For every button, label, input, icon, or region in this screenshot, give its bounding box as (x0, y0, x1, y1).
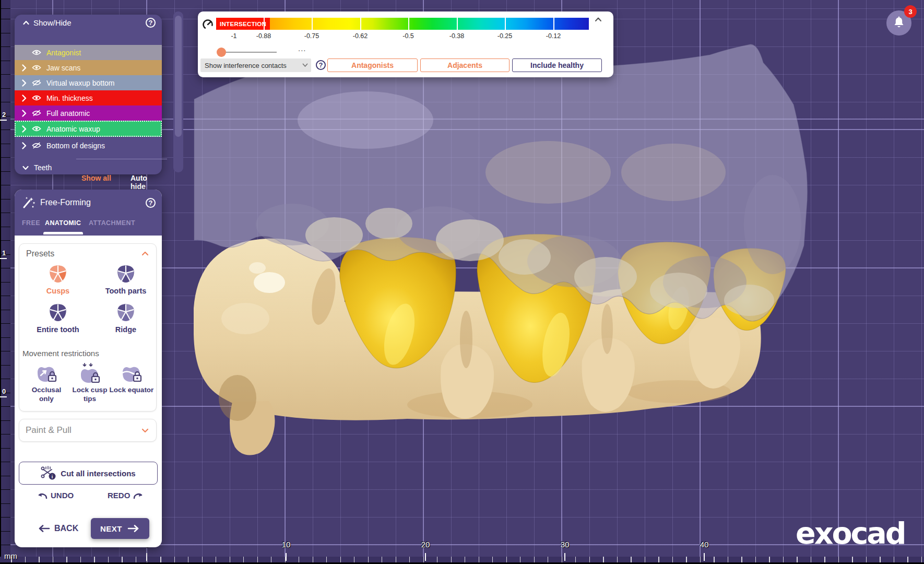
paint-pull-label: Paint & Pull (26, 425, 72, 436)
back-button[interactable]: BACK (38, 524, 78, 533)
ruler-tick (425, 553, 426, 561)
expand-chevron-icon[interactable] (141, 428, 149, 433)
collapse-chevron-icon[interactable] (23, 20, 29, 25)
tab-attachment[interactable]: ATTACHMENT (89, 219, 135, 227)
paint-pull-section[interactable]: Paint & Pull (19, 419, 157, 442)
eye-off-icon[interactable] (32, 142, 41, 149)
panel-collapse-icon[interactable] (595, 17, 602, 22)
undo-button[interactable]: UNDO (37, 491, 74, 500)
eye-off-icon[interactable] (32, 110, 41, 116)
colorbar-tick: -0.38 (449, 32, 465, 40)
layer-label: Min. thickness (46, 94, 93, 102)
colorbar-divider (360, 18, 361, 30)
layer-label: Full anatomic (46, 109, 90, 118)
expand-chevron-icon[interactable] (22, 79, 27, 87)
expand-chevron-icon[interactable] (22, 125, 27, 133)
ruler-tick (704, 553, 705, 561)
ruler-label: 2 (2, 111, 6, 119)
colorbar-tick: -0.5 (402, 32, 414, 40)
dropdown-value: Show interference contacts (205, 62, 287, 69)
colorbar-title: INTERSECTION (216, 18, 270, 30)
expand-chevron-icon[interactable] (22, 64, 27, 72)
include-healthy-button[interactable]: Include healthy (512, 58, 602, 72)
collapse-chevron-icon[interactable] (141, 251, 149, 256)
layer-label: Virtual waxup bottom (46, 79, 114, 87)
teeth-group-row[interactable]: Teeth (15, 162, 162, 173)
layer-row-virtual-waxup-bottom[interactable]: Virtual waxup bottom (15, 75, 162, 90)
redo-button[interactable]: REDO (108, 491, 144, 500)
ruler-tick (0, 396, 7, 397)
layer-row-jaw-scans[interactable]: Jaw scans (15, 60, 162, 75)
scrollbar[interactable] (173, 11, 183, 172)
colorbar-divider (312, 18, 313, 30)
eye-icon[interactable] (32, 64, 41, 71)
help-icon[interactable]: ? (316, 60, 326, 70)
layer-row-full-anatomic[interactable]: Full anatomic (15, 105, 162, 121)
colorbar-divider (264, 18, 265, 30)
layer-row-anatomic-waxup[interactable]: Anatomic waxup (15, 121, 162, 137)
colorbar-tick: -0.62 (353, 32, 368, 40)
arrow-right-icon (127, 524, 140, 533)
expand-chevron-icon[interactable] (22, 110, 27, 117)
show-hide-panel: Show/Hide ? Antagonist Jaw scans Virtual… (15, 15, 162, 174)
entire-tooth-icon (47, 302, 69, 322)
eye-icon[interactable] (32, 125, 41, 132)
expand-chevron-icon[interactable] (22, 142, 27, 149)
undo-icon (37, 491, 48, 500)
eye-off-icon[interactable] (32, 79, 41, 86)
help-icon[interactable]: ? (146, 198, 156, 208)
presets-card: Presets Cusps Tooth parts (19, 243, 157, 412)
preset-ridge[interactable]: Ridge (94, 302, 157, 334)
help-icon[interactable]: ? (146, 18, 156, 28)
movement-restrictions-title: Movement restrictions (22, 349, 99, 358)
layer-label: Anatomic waxup (46, 125, 100, 133)
occlusal-only-icon (34, 363, 58, 384)
preset-cusps[interactable]: Cusps (27, 264, 89, 295)
preset-entire-tooth[interactable]: Entire tooth (27, 302, 89, 334)
eye-icon[interactable] (32, 95, 41, 101)
layer-label: Jaw scans (46, 64, 80, 72)
threshold-slider-track[interactable] (221, 52, 277, 53)
adjacents-button[interactable]: Adjacents (420, 58, 510, 72)
panel-title: Free-Forming (40, 198, 91, 207)
colorbar-tick: -0.12 (546, 32, 561, 40)
tab-free[interactable]: FREE (22, 219, 40, 227)
cut-all-intersections-button[interactable]: i Cut all intersections (19, 462, 158, 485)
restriction-lock-equator[interactable]: Lock equator (109, 363, 154, 395)
preset-tooth-parts[interactable]: Tooth parts (94, 264, 157, 295)
restriction-lock-cusp-tips[interactable]: Lock cusp tips (67, 363, 112, 404)
gauge-icon[interactable] (202, 19, 214, 30)
intersection-colorbar: INTERSECTION (216, 18, 589, 30)
interference-mode-dropdown[interactable]: Show interference contacts (200, 58, 311, 72)
next-button[interactable]: NEXT (91, 518, 149, 539)
cut-intersections-icon: i (41, 466, 56, 480)
chevron-down-icon[interactable] (22, 166, 29, 170)
ruler-vertical (0, 0, 10, 564)
presets-title: Presets (26, 249, 54, 258)
free-forming-panel: Free-Forming ? FREE ANATOMIC ATTACHMENT … (15, 190, 162, 547)
restriction-occlusal-only[interactable]: Occlusal only (24, 363, 69, 404)
layer-label: Antagonist (46, 49, 81, 57)
colorbar-divider (553, 18, 554, 30)
tab-anatomic[interactable]: ANATOMIC (45, 219, 81, 227)
ruler-label: 40 (700, 540, 709, 549)
layer-row-min-thickness[interactable]: Min. thickness (15, 90, 162, 105)
ruler-unit-label: mm (4, 551, 17, 560)
eye-icon[interactable] (32, 49, 41, 56)
threshold-slider-knob[interactable] (217, 48, 226, 57)
scrollbar-thumb[interactable] (175, 16, 182, 137)
intersection-panel: INTERSECTION -1 -0.88 -0.75 -0.62 -0.5 -… (198, 11, 613, 77)
redo-icon (133, 491, 144, 500)
ruler-label: 0 (2, 387, 6, 395)
auto-hide-button[interactable]: Auto hide (131, 174, 162, 191)
expand-chevron-icon[interactable] (22, 95, 27, 102)
antagonists-button[interactable]: Antagonists (327, 58, 418, 72)
active-tab-underline (43, 232, 83, 234)
layer-row-bottom-of-designs[interactable]: Bottom of designs (15, 138, 162, 153)
notification-badge: 3 (904, 5, 917, 18)
teeth-label: Teeth (34, 163, 52, 172)
colorbar-tick: -1 (231, 32, 236, 40)
show-all-button[interactable]: Show all (81, 174, 111, 182)
ruler-tick (286, 553, 287, 561)
layer-row-antagonist[interactable]: Antagonist (15, 45, 162, 60)
